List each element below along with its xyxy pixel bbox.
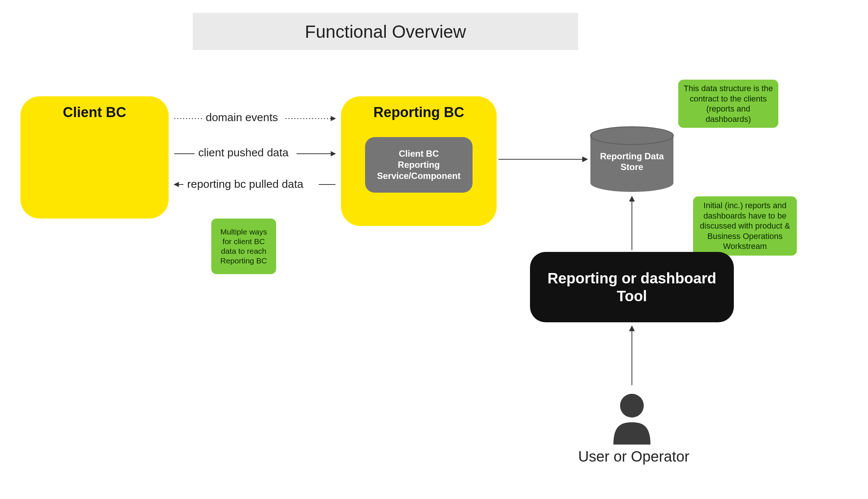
reporting-data-store: Reporting Data Store bbox=[589, 126, 675, 193]
reporting-service-component: Client BC Reporting Service/Component bbox=[365, 137, 473, 193]
datastore-label: Reporting Data Store bbox=[589, 151, 675, 173]
title-bar: Functional Overview bbox=[193, 13, 578, 50]
note-initial-reports: Initial (inc.) reports and dashboards ha… bbox=[693, 196, 797, 256]
note-contract: This data structure is the contract to t… bbox=[678, 80, 778, 128]
diagram-stage: Functional Overview Client BC Reporting … bbox=[0, 0, 868, 499]
edge-label-domain-events: domain events bbox=[206, 111, 278, 124]
reporting-tool-box: Reporting or dashboard Tool bbox=[530, 252, 734, 322]
svg-point-2 bbox=[590, 174, 673, 192]
reporting-bc-box: Reporting BC Client BC Reporting Service… bbox=[341, 96, 497, 226]
client-bc-title: Client BC bbox=[20, 104, 169, 120]
note-multiple-ways: Multiple ways for client BC data to reac… bbox=[211, 219, 276, 274]
title-text: Functional Overview bbox=[305, 21, 466, 42]
reporting-bc-title: Reporting BC bbox=[341, 104, 497, 120]
client-bc-box: Client BC bbox=[20, 96, 169, 219]
edge-label-pulled: reporting bc pulled data bbox=[187, 178, 304, 190]
edge-label-client-pushed: client pushed data bbox=[198, 146, 289, 159]
user-caption: User or Operator bbox=[571, 448, 697, 465]
user-icon bbox=[608, 389, 656, 445]
svg-point-4 bbox=[620, 394, 644, 418]
